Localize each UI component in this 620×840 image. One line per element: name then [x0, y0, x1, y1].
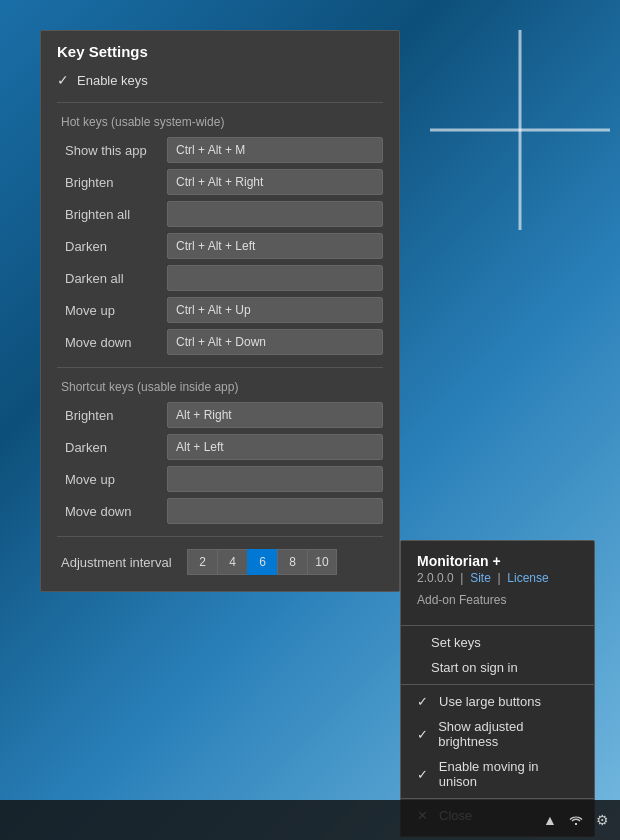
shortcut-input-move-down[interactable]: [167, 498, 383, 524]
hotkey-input-move-up[interactable]: [167, 297, 383, 323]
adj-btn-8[interactable]: 8: [277, 549, 307, 575]
hotkey-row-brighten: Brighten: [57, 169, 383, 195]
adj-btn-10[interactable]: 10: [307, 549, 337, 575]
taskbar-chevron-icon[interactable]: ▲: [540, 810, 560, 830]
context-site-link[interactable]: Site: [470, 571, 491, 585]
context-version-number: 2.0.0.0: [417, 571, 454, 585]
panel-title: Key Settings: [57, 43, 383, 60]
context-item-use-large-buttons-label: Use large buttons: [439, 694, 541, 709]
hotkey-row-brighten-all: Brighten all: [57, 201, 383, 227]
hotkey-label-darken-all: Darken all: [57, 271, 167, 286]
taskbar-settings-icon[interactable]: ⚙: [592, 810, 612, 830]
adj-btn-2[interactable]: 2: [187, 549, 217, 575]
context-addon-label: Add-on Features: [417, 589, 578, 613]
context-app-name: Monitorian +: [417, 553, 578, 569]
shortcut-row-darken: Darken: [57, 434, 383, 460]
hotkey-label-brighten-all: Brighten all: [57, 207, 167, 222]
svg-rect-0: [575, 823, 577, 825]
context-divider-middle: [401, 684, 594, 685]
divider-middle: [57, 367, 383, 368]
shortcut-input-brighten[interactable]: [167, 402, 383, 428]
context-header: Monitorian + 2.0.0.0 | Site | License Ad…: [401, 549, 594, 621]
taskbar: ▲ ⚙: [0, 800, 620, 840]
hotkey-input-darken[interactable]: [167, 233, 383, 259]
adj-btn-6[interactable]: 6: [247, 549, 277, 575]
adj-btn-4[interactable]: 4: [217, 549, 247, 575]
hotkey-label-darken: Darken: [57, 239, 167, 254]
hotkey-row-move-down: Move down: [57, 329, 383, 355]
shortcut-input-darken[interactable]: [167, 434, 383, 460]
shortcut-row-move-up: Move up: [57, 466, 383, 492]
adjustment-interval-label: Adjustment interval: [57, 555, 187, 570]
context-item-set-keys-label: Set keys: [431, 635, 481, 650]
divider-bottom: [57, 536, 383, 537]
hotkey-input-darken-all[interactable]: [167, 265, 383, 291]
shortcut-label-darken: Darken: [57, 440, 167, 455]
shortcut-label-brighten: Brighten: [57, 408, 167, 423]
context-divider-bottom: [401, 798, 594, 799]
context-item-show-adjusted-brightness[interactable]: ✓ Show adjusted brightness: [401, 714, 594, 754]
windows-logo-decoration: [430, 30, 610, 230]
context-item-show-adjusted-brightness-label: Show adjusted brightness: [438, 719, 578, 749]
hotkey-row-darken-all: Darken all: [57, 265, 383, 291]
context-item-enable-moving-in-unison[interactable]: ✓ Enable moving in unison: [401, 754, 594, 794]
shortcut-label-move-up: Move up: [57, 472, 167, 487]
context-item-set-keys[interactable]: Set keys: [401, 630, 594, 655]
context-item-start-on-sign-in-label: Start on sign in: [431, 660, 518, 675]
context-check-enable-moving-in-unison: ✓: [417, 767, 431, 782]
context-item-start-on-sign-in[interactable]: Start on sign in: [401, 655, 594, 680]
divider-top: [57, 102, 383, 103]
context-version: 2.0.0.0 | Site | License: [417, 571, 578, 585]
hotkey-row-show-this-app: Show this app: [57, 137, 383, 163]
key-settings-panel: Key Settings ✓ Enable keys Hot keys (usa…: [40, 30, 400, 592]
enable-keys-checkmark: ✓: [57, 72, 69, 88]
shortcut-input-move-up[interactable]: [167, 466, 383, 492]
hotkey-input-brighten-all[interactable]: [167, 201, 383, 227]
hotkey-label-move-up: Move up: [57, 303, 167, 318]
context-check-use-large-buttons: ✓: [417, 694, 431, 709]
taskbar-wifi-icon[interactable]: [566, 810, 586, 830]
context-item-use-large-buttons[interactable]: ✓ Use large buttons: [401, 689, 594, 714]
enable-keys-label: Enable keys: [77, 73, 148, 88]
shortcut-label-move-down: Move down: [57, 504, 167, 519]
shortcut-row-brighten: Brighten: [57, 402, 383, 428]
context-divider-top: [401, 625, 594, 626]
hotkey-label-show-this-app: Show this app: [57, 143, 167, 158]
hotkey-row-darken: Darken: [57, 233, 383, 259]
hotkey-row-move-up: Move up: [57, 297, 383, 323]
hotkey-label-move-down: Move down: [57, 335, 167, 350]
shortcut-row-move-down: Move down: [57, 498, 383, 524]
enable-keys-row[interactable]: ✓ Enable keys: [57, 72, 383, 88]
shortcut-section-label: Shortcut keys (usable inside app): [57, 380, 383, 394]
hotkey-input-move-down[interactable]: [167, 329, 383, 355]
hotkey-label-brighten: Brighten: [57, 175, 167, 190]
context-license-link[interactable]: License: [507, 571, 548, 585]
context-menu: Monitorian + 2.0.0.0 | Site | License Ad…: [400, 540, 595, 837]
context-item-enable-moving-in-unison-label: Enable moving in unison: [439, 759, 578, 789]
hotkeys-section-label: Hot keys (usable system-wide): [57, 115, 383, 129]
context-check-show-adjusted-brightness: ✓: [417, 727, 430, 742]
hotkey-input-show-this-app[interactable]: [167, 137, 383, 163]
adjustment-interval-row: Adjustment interval 2 4 6 8 10: [57, 549, 383, 575]
hotkey-input-brighten[interactable]: [167, 169, 383, 195]
adjustment-interval-buttons: 2 4 6 8 10: [187, 549, 337, 575]
